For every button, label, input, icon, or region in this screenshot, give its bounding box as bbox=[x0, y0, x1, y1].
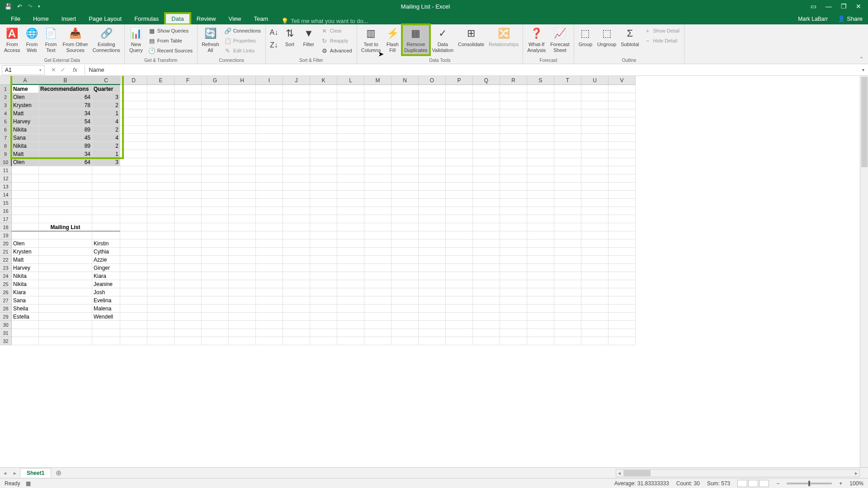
cell[interactable] bbox=[229, 93, 256, 101]
cell[interactable] bbox=[310, 280, 337, 288]
cell[interactable] bbox=[283, 223, 310, 231]
text-to-columns-button[interactable]: ▥Text to Columns bbox=[360, 25, 382, 54]
cell[interactable] bbox=[581, 117, 609, 126]
cell[interactable] bbox=[473, 183, 500, 191]
row-header[interactable]: 2 bbox=[0, 93, 12, 101]
redo-icon[interactable]: ↷ bbox=[28, 3, 33, 10]
cell[interactable] bbox=[92, 231, 120, 239]
cell[interactable] bbox=[120, 174, 147, 183]
cell[interactable] bbox=[175, 183, 202, 191]
from-other-button[interactable]: 📥From Other Sources bbox=[61, 25, 89, 54]
cell[interactable] bbox=[446, 280, 473, 288]
cell[interactable] bbox=[554, 85, 581, 93]
column-header[interactable]: T bbox=[554, 76, 581, 85]
cell[interactable]: Estella bbox=[12, 313, 39, 321]
cell[interactable] bbox=[12, 166, 39, 174]
cell[interactable]: Olen bbox=[12, 158, 39, 166]
cell[interactable] bbox=[527, 264, 554, 272]
data-validation-button[interactable]: ✓Data Validation bbox=[431, 25, 455, 54]
cell[interactable] bbox=[337, 158, 364, 166]
cell[interactable] bbox=[283, 256, 310, 264]
cell[interactable]: Jeanine bbox=[92, 280, 120, 288]
cell[interactable] bbox=[609, 158, 636, 166]
cell[interactable]: 2 bbox=[92, 126, 120, 134]
cell[interactable] bbox=[310, 174, 337, 183]
cell[interactable] bbox=[581, 158, 609, 166]
cell[interactable] bbox=[554, 158, 581, 166]
from-access-button[interactable]: 🅰️From Access bbox=[3, 25, 21, 54]
cell[interactable] bbox=[554, 207, 581, 215]
cell[interactable] bbox=[175, 93, 202, 101]
cell[interactable] bbox=[500, 223, 527, 231]
cell[interactable] bbox=[364, 101, 392, 109]
cell[interactable]: 2 bbox=[92, 142, 120, 150]
cell[interactable] bbox=[392, 321, 419, 329]
cell[interactable] bbox=[527, 191, 554, 199]
undo-icon[interactable]: ↶ bbox=[17, 3, 22, 10]
row-header[interactable]: 1 bbox=[0, 85, 12, 93]
cell[interactable] bbox=[446, 223, 473, 231]
cell[interactable] bbox=[175, 199, 202, 207]
tab-nav-prev[interactable]: ◂ bbox=[0, 470, 10, 476]
cell[interactable] bbox=[581, 174, 609, 183]
cell[interactable] bbox=[446, 313, 473, 321]
cell[interactable] bbox=[473, 329, 500, 337]
cell[interactable] bbox=[256, 296, 283, 305]
cell[interactable] bbox=[120, 101, 147, 109]
advanced-button[interactable]: ⚙Advanced bbox=[319, 46, 354, 55]
cell[interactable] bbox=[310, 150, 337, 158]
cell[interactable] bbox=[283, 134, 310, 142]
cell[interactable] bbox=[120, 199, 147, 207]
cell[interactable] bbox=[39, 296, 92, 305]
cell[interactable] bbox=[446, 207, 473, 215]
relationships-button[interactable]: 🔀Relationships bbox=[487, 25, 520, 48]
cell[interactable] bbox=[473, 150, 500, 158]
cell[interactable] bbox=[229, 150, 256, 158]
cell[interactable] bbox=[175, 166, 202, 174]
cell[interactable] bbox=[446, 101, 473, 109]
column-header[interactable]: S bbox=[527, 76, 554, 85]
cell[interactable] bbox=[500, 183, 527, 191]
cell[interactable] bbox=[92, 337, 120, 345]
cell[interactable] bbox=[554, 321, 581, 329]
cell[interactable] bbox=[473, 239, 500, 248]
cell[interactable] bbox=[229, 248, 256, 256]
cell[interactable] bbox=[392, 248, 419, 256]
row-header[interactable]: 20 bbox=[0, 239, 12, 248]
cell[interactable] bbox=[609, 248, 636, 256]
cell[interactable]: 45 bbox=[39, 134, 92, 142]
cell[interactable] bbox=[500, 117, 527, 126]
cell[interactable] bbox=[310, 215, 337, 223]
column-header[interactable]: O bbox=[419, 76, 446, 85]
tab-insert[interactable]: Insert bbox=[55, 13, 83, 24]
cell[interactable] bbox=[229, 85, 256, 93]
cell[interactable]: Krysten bbox=[12, 248, 39, 256]
cell[interactable] bbox=[202, 150, 229, 158]
row-header[interactable]: 16 bbox=[0, 207, 12, 215]
macro-icon[interactable]: ▦ bbox=[26, 480, 31, 487]
cell[interactable] bbox=[446, 337, 473, 345]
sort-az-button[interactable]: A↓ bbox=[269, 28, 279, 37]
cell[interactable] bbox=[527, 280, 554, 288]
cell[interactable] bbox=[310, 305, 337, 313]
cell[interactable] bbox=[473, 101, 500, 109]
cell[interactable] bbox=[120, 296, 147, 305]
column-header[interactable]: L bbox=[337, 76, 364, 85]
cell[interactable] bbox=[283, 191, 310, 199]
cell[interactable] bbox=[283, 280, 310, 288]
cell[interactable] bbox=[609, 321, 636, 329]
cell[interactable]: Olen bbox=[12, 239, 39, 248]
cell[interactable] bbox=[229, 183, 256, 191]
cell[interactable] bbox=[147, 256, 175, 264]
cell[interactable] bbox=[500, 174, 527, 183]
cell[interactable] bbox=[147, 134, 175, 142]
cell[interactable] bbox=[554, 134, 581, 142]
cell[interactable] bbox=[500, 305, 527, 313]
cell[interactable] bbox=[446, 296, 473, 305]
row-header[interactable]: 28 bbox=[0, 305, 12, 313]
cell[interactable] bbox=[120, 126, 147, 134]
cell[interactable] bbox=[609, 166, 636, 174]
cell[interactable] bbox=[581, 337, 609, 345]
cell[interactable] bbox=[500, 264, 527, 272]
row-header[interactable]: 25 bbox=[0, 280, 12, 288]
